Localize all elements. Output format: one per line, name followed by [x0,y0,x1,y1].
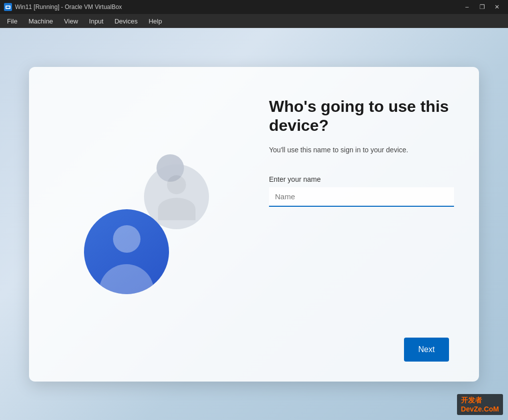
next-button[interactable]: Next [404,338,449,362]
watermark-line2: DevZe.CoM [461,405,499,413]
menu-devices[interactable]: Devices [110,15,142,27]
minimize-button[interactable]: – [460,2,474,12]
card-illustration [29,67,259,382]
card-content: Who's going to use this device? You'll u… [259,67,479,382]
name-input-label: Enter your name [269,175,454,183]
titlebar-controls: – ❐ ✕ [460,2,504,12]
svg-rect-2 [6,6,10,8]
menu-input[interactable]: Input [84,15,108,27]
restore-button[interactable]: ❐ [475,2,489,12]
virtualbox-icon [4,3,12,11]
titlebar-left: Win11 [Running] - Oracle VM VirtualBox [4,3,122,11]
avatar-scene [74,144,214,304]
main-avatar [84,209,169,294]
name-input[interactable] [269,187,454,207]
menu-machine[interactable]: Machine [24,15,58,27]
avatar-head [113,225,140,253]
menu-file[interactable]: File [2,15,22,27]
setup-subtitle: You'll use this name to sign in to your … [269,145,454,155]
vm-area: Who's going to use this device? You'll u… [0,28,508,420]
watermark: 开发者 DevZe.CoM [457,394,503,415]
titlebar: Win11 [Running] - Oracle VM VirtualBox –… [0,0,508,14]
setup-title: Who's going to use this device? [269,97,454,135]
watermark-line1: 开发者 [461,396,499,405]
menu-view[interactable]: View [59,15,83,27]
avatar-body [99,264,154,294]
setup-card: Who's going to use this device? You'll u… [29,67,479,382]
name-input-container [269,187,454,207]
titlebar-title: Win11 [Running] - Oracle VM VirtualBox [15,3,122,10]
menu-help[interactable]: Help [144,15,167,27]
menubar: File Machine View Input Devices Help [0,14,508,28]
close-button[interactable]: ✕ [490,2,504,12]
next-btn-container: Next [269,338,454,362]
